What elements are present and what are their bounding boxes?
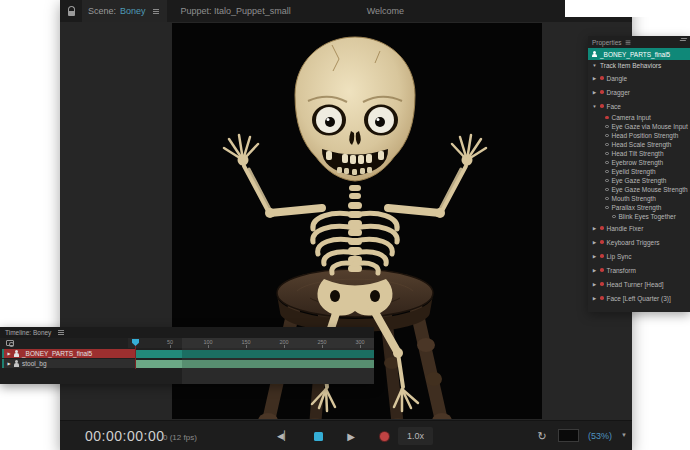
active-dot-icon[interactable] bbox=[600, 240, 604, 244]
behavior-row[interactable]: ▶Transform bbox=[588, 263, 690, 277]
behavior-row[interactable]: Eye Gaze Strength bbox=[588, 176, 690, 185]
zoom-level[interactable]: (53%) bbox=[588, 431, 612, 441]
stop-icon bbox=[314, 432, 323, 441]
track-bar[interactable] bbox=[135, 360, 374, 368]
chevron-down-icon[interactable]: ▼ bbox=[592, 104, 597, 109]
behavior-label: Eyelid Strength bbox=[612, 168, 656, 175]
active-dot-icon[interactable] bbox=[600, 90, 604, 94]
lock-icon[interactable] bbox=[60, 7, 82, 16]
chevron-right-icon[interactable]: ▶ bbox=[592, 90, 597, 95]
behavior-row[interactable]: ▶Head Turner [Head] bbox=[588, 277, 690, 291]
behavior-row[interactable]: ▶Dangle bbox=[588, 71, 690, 85]
inactive-ring-icon[interactable] bbox=[605, 152, 609, 156]
timeline-menu-icon[interactable] bbox=[58, 332, 64, 333]
active-dot-icon[interactable] bbox=[600, 296, 604, 300]
background-color-swatch[interactable] bbox=[558, 429, 579, 442]
chevron-right-icon[interactable]: ▶ bbox=[592, 240, 597, 245]
behavior-label: Head Turner [Head] bbox=[607, 281, 664, 288]
behavior-row[interactable]: Head Tilt Strength bbox=[588, 149, 690, 158]
track-name: stool_bg bbox=[22, 360, 47, 367]
inactive-ring-icon[interactable] bbox=[605, 197, 609, 201]
tab-welcome[interactable]: Welcome bbox=[353, 0, 418, 22]
chevron-right-icon[interactable]: ▶ bbox=[592, 254, 597, 259]
inactive-ring-icon[interactable] bbox=[605, 143, 609, 147]
refresh-button[interactable]: ↻ bbox=[533, 427, 551, 445]
inactive-ring-icon[interactable] bbox=[605, 134, 609, 138]
scene-label: Scene: bbox=[88, 6, 116, 16]
active-dot-icon[interactable] bbox=[600, 76, 604, 80]
behavior-label: Eyebrow Strength bbox=[612, 159, 664, 166]
track-label[interactable]: ▶ stool_bg bbox=[2, 359, 135, 368]
chevron-right-icon[interactable]: ▶ bbox=[592, 268, 597, 273]
behavior-row[interactable]: Head Scale Strength bbox=[588, 140, 690, 149]
inactive-ring-icon[interactable] bbox=[605, 125, 609, 129]
active-dot-icon[interactable] bbox=[600, 226, 604, 230]
behavior-label: Head Tilt Strength bbox=[612, 150, 664, 157]
active-dot-icon[interactable] bbox=[600, 254, 604, 258]
inactive-ring-icon[interactable] bbox=[605, 170, 609, 174]
tab-menu-icon[interactable] bbox=[153, 11, 159, 12]
record-button[interactable] bbox=[375, 427, 393, 445]
timecode-display: 00:00:00:00 bbox=[85, 428, 164, 444]
track-row[interactable]: ▶ _BONEY_PARTS_final5 bbox=[0, 349, 374, 358]
camera-icon[interactable] bbox=[6, 340, 14, 346]
behavior-row[interactable]: Eye Gaze via Mouse Input bbox=[588, 122, 690, 131]
frame-rate-info: 0 (12 fps) bbox=[163, 433, 197, 442]
properties-menu-icon[interactable] bbox=[625, 42, 630, 43]
behavior-row[interactable]: ▶Keyboard Triggers bbox=[588, 235, 690, 249]
inactive-ring-icon[interactable] bbox=[605, 206, 609, 210]
play-button[interactable]: ▶ bbox=[342, 427, 360, 445]
active-dot-icon[interactable] bbox=[600, 104, 604, 108]
behavior-row[interactable]: Camera Input bbox=[588, 113, 690, 122]
track-bar[interactable] bbox=[135, 350, 374, 358]
selected-puppet-row[interactable]: _BONEY_PARTS_final5 bbox=[588, 48, 690, 60]
inactive-ring-icon[interactable] bbox=[605, 161, 609, 165]
stop-button[interactable] bbox=[309, 427, 327, 445]
behavior-row[interactable]: ▼Face bbox=[588, 99, 690, 113]
behavior-row[interactable]: ▶Handle Fixer bbox=[588, 221, 690, 235]
tab-scene[interactable]: Scene: Boney bbox=[82, 0, 167, 22]
track-row[interactable]: ▶ stool_bg bbox=[0, 359, 374, 368]
behavior-row[interactable]: Eyebrow Strength bbox=[588, 158, 690, 167]
behaviors-section-header[interactable]: ▼ Track Item Behaviors bbox=[588, 60, 690, 71]
behavior-row[interactable]: Eyelid Strength bbox=[588, 167, 690, 176]
inactive-ring-icon[interactable] bbox=[605, 179, 609, 183]
behavior-label: Eye Gaze Mouse Strength bbox=[612, 186, 688, 193]
chevron-down-icon[interactable]: ▼ bbox=[592, 63, 597, 68]
behavior-row[interactable]: ▶Lip Sync bbox=[588, 249, 690, 263]
panel-options-icon[interactable] bbox=[681, 38, 688, 39]
timeline-title: Timeline: Boney bbox=[5, 329, 51, 336]
behavior-row[interactable]: Blink Eyes Together bbox=[588, 212, 690, 221]
behavior-row[interactable]: ▶Dragger bbox=[588, 85, 690, 99]
behavior-label: Parallax Strength bbox=[612, 204, 662, 211]
playback-bar: 00:00:00:00 0 (12 fps) ◀▏ ▶ 1.0x ↻ (53%)… bbox=[60, 420, 632, 450]
active-dot-icon[interactable] bbox=[600, 282, 604, 286]
top-tab-bar: Scene: Boney Puppet: Italo_Puppet_small … bbox=[60, 0, 632, 22]
chevron-right-icon[interactable]: ▶ bbox=[592, 226, 597, 231]
skip-to-start-button[interactable]: ◀▏ bbox=[275, 427, 293, 445]
track-name: _BONEY_PARTS_final5 bbox=[22, 350, 92, 357]
track-label[interactable]: ▶ _BONEY_PARTS_final5 bbox=[2, 349, 135, 358]
tab-puppet[interactable]: Puppet: Italo_Puppet_small bbox=[167, 0, 305, 22]
chevron-right-icon[interactable]: ▶ bbox=[592, 296, 597, 301]
behavior-label: Lip Sync bbox=[607, 253, 632, 260]
record-icon bbox=[380, 432, 389, 441]
selected-puppet-name: _BONEY_PARTS_final5 bbox=[600, 51, 670, 58]
inactive-ring-icon[interactable] bbox=[612, 215, 616, 219]
expand-arrow-icon[interactable]: ▶ bbox=[7, 351, 11, 356]
zoom-dropdown-caret[interactable]: ▼ bbox=[621, 432, 627, 438]
behavior-row[interactable]: Mouth Strength bbox=[588, 194, 690, 203]
expand-arrow-icon[interactable]: ▶ bbox=[7, 361, 11, 366]
chevron-right-icon[interactable]: ▶ bbox=[592, 282, 597, 287]
playback-rate-button[interactable]: 1.0x bbox=[398, 427, 433, 445]
behavior-row[interactable]: Head Position Strength bbox=[588, 131, 690, 140]
behavior-row[interactable]: Eye Gaze Mouse Strength bbox=[588, 185, 690, 194]
active-dot-icon[interactable] bbox=[605, 116, 609, 120]
behavior-row[interactable]: Parallax Strength bbox=[588, 203, 690, 212]
timeline-header: Timeline: Boney bbox=[0, 327, 374, 338]
chevron-right-icon[interactable]: ▶ bbox=[592, 76, 597, 81]
active-dot-icon[interactable] bbox=[600, 268, 604, 272]
section-title: Track Item Behaviors bbox=[600, 62, 661, 69]
inactive-ring-icon[interactable] bbox=[605, 188, 609, 192]
behavior-row[interactable]: ▶Face [Left Quarter (3)] bbox=[588, 291, 690, 305]
